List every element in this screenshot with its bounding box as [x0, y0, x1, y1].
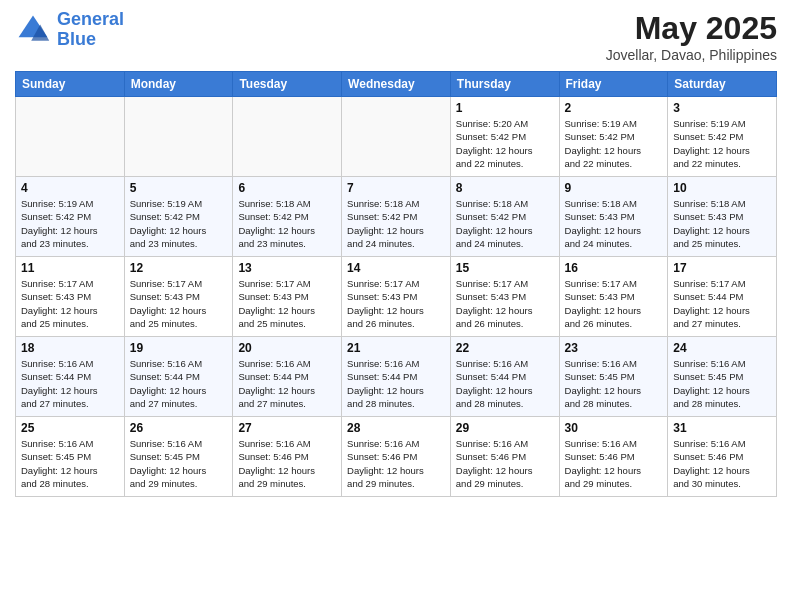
day-cell: 27Sunrise: 5:16 AM Sunset: 5:46 PM Dayli… — [233, 417, 342, 497]
day-number: 18 — [21, 341, 119, 355]
day-cell — [16, 97, 125, 177]
day-info: Sunrise: 5:20 AM Sunset: 5:42 PM Dayligh… — [456, 117, 554, 170]
day-cell — [342, 97, 451, 177]
day-number: 6 — [238, 181, 336, 195]
day-info: Sunrise: 5:16 AM Sunset: 5:44 PM Dayligh… — [238, 357, 336, 410]
day-number: 28 — [347, 421, 445, 435]
day-number: 8 — [456, 181, 554, 195]
day-cell: 15Sunrise: 5:17 AM Sunset: 5:43 PM Dayli… — [450, 257, 559, 337]
day-cell: 26Sunrise: 5:16 AM Sunset: 5:45 PM Dayli… — [124, 417, 233, 497]
day-cell: 30Sunrise: 5:16 AM Sunset: 5:46 PM Dayli… — [559, 417, 668, 497]
day-number: 1 — [456, 101, 554, 115]
day-cell: 18Sunrise: 5:16 AM Sunset: 5:44 PM Dayli… — [16, 337, 125, 417]
calendar-table: SundayMondayTuesdayWednesdayThursdayFrid… — [15, 71, 777, 497]
day-info: Sunrise: 5:17 AM Sunset: 5:43 PM Dayligh… — [130, 277, 228, 330]
day-number: 24 — [673, 341, 771, 355]
weekday-header-tuesday: Tuesday — [233, 72, 342, 97]
day-cell: 25Sunrise: 5:16 AM Sunset: 5:45 PM Dayli… — [16, 417, 125, 497]
week-row-2: 4Sunrise: 5:19 AM Sunset: 5:42 PM Daylig… — [16, 177, 777, 257]
day-cell: 7Sunrise: 5:18 AM Sunset: 5:42 PM Daylig… — [342, 177, 451, 257]
weekday-header-wednesday: Wednesday — [342, 72, 451, 97]
day-cell — [233, 97, 342, 177]
day-info: Sunrise: 5:17 AM Sunset: 5:43 PM Dayligh… — [456, 277, 554, 330]
weekday-header-saturday: Saturday — [668, 72, 777, 97]
day-info: Sunrise: 5:18 AM Sunset: 5:42 PM Dayligh… — [456, 197, 554, 250]
day-number: 29 — [456, 421, 554, 435]
week-row-4: 18Sunrise: 5:16 AM Sunset: 5:44 PM Dayli… — [16, 337, 777, 417]
day-cell: 17Sunrise: 5:17 AM Sunset: 5:44 PM Dayli… — [668, 257, 777, 337]
logo-icon — [15, 12, 51, 48]
header: General Blue May 2025 Jovellar, Davao, P… — [15, 10, 777, 63]
day-info: Sunrise: 5:17 AM Sunset: 5:43 PM Dayligh… — [565, 277, 663, 330]
day-cell: 3Sunrise: 5:19 AM Sunset: 5:42 PM Daylig… — [668, 97, 777, 177]
day-cell: 28Sunrise: 5:16 AM Sunset: 5:46 PM Dayli… — [342, 417, 451, 497]
day-number: 25 — [21, 421, 119, 435]
day-cell: 5Sunrise: 5:19 AM Sunset: 5:42 PM Daylig… — [124, 177, 233, 257]
day-cell: 12Sunrise: 5:17 AM Sunset: 5:43 PM Dayli… — [124, 257, 233, 337]
title-block: May 2025 Jovellar, Davao, Philippines — [606, 10, 777, 63]
day-info: Sunrise: 5:19 AM Sunset: 5:42 PM Dayligh… — [130, 197, 228, 250]
day-cell: 23Sunrise: 5:16 AM Sunset: 5:45 PM Dayli… — [559, 337, 668, 417]
day-cell: 14Sunrise: 5:17 AM Sunset: 5:43 PM Dayli… — [342, 257, 451, 337]
day-info: Sunrise: 5:16 AM Sunset: 5:46 PM Dayligh… — [673, 437, 771, 490]
location-subtitle: Jovellar, Davao, Philippines — [606, 47, 777, 63]
day-number: 14 — [347, 261, 445, 275]
day-number: 17 — [673, 261, 771, 275]
page: General Blue May 2025 Jovellar, Davao, P… — [0, 0, 792, 612]
day-info: Sunrise: 5:18 AM Sunset: 5:43 PM Dayligh… — [673, 197, 771, 250]
logo: General Blue — [15, 10, 124, 50]
day-cell: 2Sunrise: 5:19 AM Sunset: 5:42 PM Daylig… — [559, 97, 668, 177]
day-info: Sunrise: 5:19 AM Sunset: 5:42 PM Dayligh… — [21, 197, 119, 250]
weekday-header-row: SundayMondayTuesdayWednesdayThursdayFrid… — [16, 72, 777, 97]
day-info: Sunrise: 5:16 AM Sunset: 5:46 PM Dayligh… — [347, 437, 445, 490]
month-title: May 2025 — [606, 10, 777, 47]
day-info: Sunrise: 5:17 AM Sunset: 5:44 PM Dayligh… — [673, 277, 771, 330]
day-cell: 13Sunrise: 5:17 AM Sunset: 5:43 PM Dayli… — [233, 257, 342, 337]
day-cell: 11Sunrise: 5:17 AM Sunset: 5:43 PM Dayli… — [16, 257, 125, 337]
weekday-header-thursday: Thursday — [450, 72, 559, 97]
day-number: 20 — [238, 341, 336, 355]
day-cell: 31Sunrise: 5:16 AM Sunset: 5:46 PM Dayli… — [668, 417, 777, 497]
day-number: 15 — [456, 261, 554, 275]
day-cell: 16Sunrise: 5:17 AM Sunset: 5:43 PM Dayli… — [559, 257, 668, 337]
day-number: 13 — [238, 261, 336, 275]
day-info: Sunrise: 5:19 AM Sunset: 5:42 PM Dayligh… — [565, 117, 663, 170]
day-info: Sunrise: 5:16 AM Sunset: 5:45 PM Dayligh… — [673, 357, 771, 410]
day-info: Sunrise: 5:16 AM Sunset: 5:46 PM Dayligh… — [238, 437, 336, 490]
day-number: 23 — [565, 341, 663, 355]
day-cell: 10Sunrise: 5:18 AM Sunset: 5:43 PM Dayli… — [668, 177, 777, 257]
day-info: Sunrise: 5:19 AM Sunset: 5:42 PM Dayligh… — [673, 117, 771, 170]
day-info: Sunrise: 5:16 AM Sunset: 5:44 PM Dayligh… — [130, 357, 228, 410]
day-number: 31 — [673, 421, 771, 435]
day-number: 16 — [565, 261, 663, 275]
day-number: 2 — [565, 101, 663, 115]
day-cell: 4Sunrise: 5:19 AM Sunset: 5:42 PM Daylig… — [16, 177, 125, 257]
week-row-5: 25Sunrise: 5:16 AM Sunset: 5:45 PM Dayli… — [16, 417, 777, 497]
day-info: Sunrise: 5:17 AM Sunset: 5:43 PM Dayligh… — [347, 277, 445, 330]
day-info: Sunrise: 5:16 AM Sunset: 5:45 PM Dayligh… — [21, 437, 119, 490]
day-cell: 22Sunrise: 5:16 AM Sunset: 5:44 PM Dayli… — [450, 337, 559, 417]
day-info: Sunrise: 5:16 AM Sunset: 5:46 PM Dayligh… — [456, 437, 554, 490]
day-cell — [124, 97, 233, 177]
day-number: 27 — [238, 421, 336, 435]
day-cell: 20Sunrise: 5:16 AM Sunset: 5:44 PM Dayli… — [233, 337, 342, 417]
day-info: Sunrise: 5:17 AM Sunset: 5:43 PM Dayligh… — [238, 277, 336, 330]
week-row-3: 11Sunrise: 5:17 AM Sunset: 5:43 PM Dayli… — [16, 257, 777, 337]
day-cell: 9Sunrise: 5:18 AM Sunset: 5:43 PM Daylig… — [559, 177, 668, 257]
day-cell: 1Sunrise: 5:20 AM Sunset: 5:42 PM Daylig… — [450, 97, 559, 177]
day-number: 30 — [565, 421, 663, 435]
day-info: Sunrise: 5:18 AM Sunset: 5:42 PM Dayligh… — [347, 197, 445, 250]
day-number: 7 — [347, 181, 445, 195]
day-cell: 29Sunrise: 5:16 AM Sunset: 5:46 PM Dayli… — [450, 417, 559, 497]
day-info: Sunrise: 5:16 AM Sunset: 5:46 PM Dayligh… — [565, 437, 663, 490]
day-number: 19 — [130, 341, 228, 355]
day-info: Sunrise: 5:16 AM Sunset: 5:44 PM Dayligh… — [21, 357, 119, 410]
day-number: 4 — [21, 181, 119, 195]
day-info: Sunrise: 5:16 AM Sunset: 5:45 PM Dayligh… — [565, 357, 663, 410]
day-number: 26 — [130, 421, 228, 435]
day-number: 5 — [130, 181, 228, 195]
day-info: Sunrise: 5:16 AM Sunset: 5:44 PM Dayligh… — [347, 357, 445, 410]
logo-text: General Blue — [57, 10, 124, 50]
day-info: Sunrise: 5:17 AM Sunset: 5:43 PM Dayligh… — [21, 277, 119, 330]
day-number: 21 — [347, 341, 445, 355]
